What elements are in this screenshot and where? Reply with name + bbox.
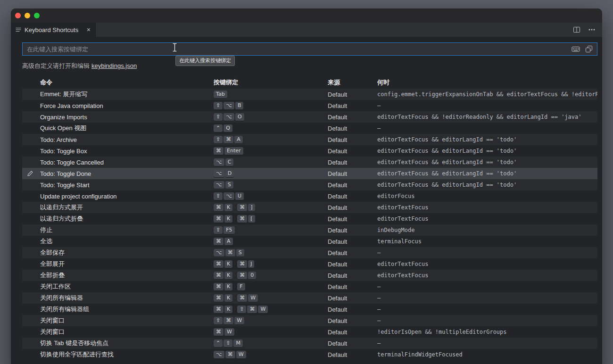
command-label: 关闭工作区 — [40, 282, 214, 291]
table-row[interactable]: 以递归方式展开⌘K⌘]DefaulteditorTextFocus — [22, 202, 597, 213]
table-row[interactable]: Todo: Toggle Done⌥DDefaulteditorTextFocu… — [22, 168, 597, 179]
table-row[interactable]: Quick Open 视图⌃QDefault— — [22, 123, 597, 134]
when-clause: editorTextFocus && editorLangId == 'todo… — [377, 159, 597, 165]
table-row[interactable]: 关闭窗口⌘WDefault!editorIsOpen && !multipleE… — [22, 326, 597, 338]
keybinding-cell: ⌘W — [214, 328, 328, 336]
keybinding-cell: ⌘K⇧⌘W — [214, 305, 328, 313]
shortcuts-list-icon — [16, 27, 21, 33]
command-label: Todo: Toggle Start — [40, 182, 214, 189]
header-command[interactable]: 命令 — [40, 78, 214, 87]
table-row[interactable]: 全部折叠⌘K⌘0DefaulteditorTextFocus — [22, 270, 597, 281]
key-chip: W — [234, 317, 244, 325]
minimize-window-button[interactable] — [25, 13, 30, 18]
row-gutter — [22, 170, 40, 177]
key-chip: ⌥ — [214, 181, 224, 189]
chord-part: ⇧⌥U — [214, 192, 245, 200]
table-row[interactable]: 全部展开⌘K⌘JDefaulteditorTextFocus — [22, 258, 597, 270]
chord-part: ⌘Enter — [214, 147, 244, 155]
split-editor-icon[interactable] — [573, 26, 580, 33]
key-chip: ⌃ — [214, 124, 223, 132]
keybinding-cell: ⌥⌘S — [214, 248, 328, 256]
table-row[interactable]: 以递归方式折叠⌘K⌘[DefaulteditorTextFocus — [22, 213, 597, 224]
table-row[interactable]: Emmet: 展开缩写TabDefaultconfig.emmet.trigge… — [22, 89, 597, 100]
table-row[interactable]: Update project configuration⇧⌥UDefaulted… — [22, 190, 597, 202]
chord-part: ⌘W — [237, 294, 259, 302]
key-chip: O — [235, 113, 244, 121]
chord-part: ⇧⌘W — [237, 305, 269, 313]
chord-part: ⌘K — [214, 271, 233, 279]
key-chip: ⇧ — [237, 306, 246, 314]
keybinding-cell: ⌘K⌘W — [214, 294, 328, 302]
key-chip: ⇧ — [214, 192, 223, 200]
header-when[interactable]: 何时 — [377, 78, 597, 87]
table-row[interactable]: Todo: Toggle Box⌘EnterDefaulteditorTextF… — [22, 145, 597, 157]
key-chip: ⌘ — [237, 215, 247, 223]
key-chip: ⇧ — [224, 339, 232, 347]
table-row[interactable]: 关闭窗口⇧⌘WDefault— — [22, 315, 597, 326]
title-bar[interactable] — [11, 8, 602, 23]
table-row[interactable]: 关闭所有编辑器组⌘K⇧⌘WDefault— — [22, 304, 597, 315]
when-clause: terminalFocus — [377, 238, 597, 245]
key-chip: ] — [248, 204, 255, 212]
keybinding-cell: ⌘Enter — [214, 147, 328, 155]
editor-tab-bar: Keyboard Shortcuts × — [11, 23, 602, 37]
key-chip: ⌘ — [214, 283, 224, 291]
traffic-lights — [15, 13, 40, 18]
keybindings-json-link[interactable]: keybindings.json — [91, 62, 137, 69]
sort-by-precedence-icon[interactable] — [585, 45, 593, 53]
header-source[interactable]: 来源 — [328, 78, 377, 87]
shortcut-rows: Emmet: 展开缩写TabDefaultconfig.emmet.trigge… — [22, 89, 597, 360]
key-chip: D — [225, 170, 234, 178]
keybinding-cell: ⇧⌘A — [214, 135, 328, 143]
key-chip: K — [224, 260, 232, 268]
source-label: Default — [328, 148, 377, 155]
key-chip: ⇧ — [214, 136, 223, 144]
key-chip: A — [234, 136, 243, 144]
tab-keyboard-shortcuts[interactable]: Keyboard Shortcuts × — [11, 23, 96, 37]
key-chip: ⌘ — [214, 306, 224, 314]
key-chip: A — [224, 238, 233, 246]
table-row[interactable]: 全部保存⌥⌘SDefault— — [22, 247, 597, 258]
chord-part: F — [237, 282, 246, 290]
chord-part: ⌘A — [214, 237, 234, 245]
chord-part: ⌘K — [214, 282, 233, 290]
table-row[interactable]: Organize Imports⇧⌥ODefaulteditorTextFocu… — [22, 111, 597, 123]
keybinding-cell: ⌃Q — [214, 124, 328, 132]
tab-close-icon[interactable]: × — [87, 26, 91, 33]
close-window-button[interactable] — [15, 13, 21, 18]
key-chip: ⌥ — [224, 102, 234, 110]
table-row[interactable]: 停止⇧F5DefaultinDebugMode — [22, 224, 597, 236]
table-row[interactable]: 关闭工作区⌘KFDefault— — [22, 281, 597, 292]
keybinding-cell: ⇧⌘W — [214, 316, 328, 324]
table-row[interactable]: 全选⌘ADefaultterminalFocus — [22, 236, 597, 247]
key-chip: ⌘ — [214, 238, 224, 246]
table-row[interactable]: Force Java compilation⇧⌥BDefault— — [22, 100, 597, 111]
chord-part: ⌘K — [214, 215, 233, 223]
table-row[interactable]: 切换 Tab 键是否移动焦点⌃⇧MDefault— — [22, 338, 597, 349]
zoom-window-button[interactable] — [34, 13, 40, 18]
command-label: Todo: Archive — [40, 136, 214, 143]
key-chip: W — [258, 306, 268, 314]
chord-part: ⌥D — [214, 169, 235, 177]
key-chip: [ — [248, 215, 255, 223]
source-label: Default — [328, 238, 377, 245]
chord-part: ⌥⌘W — [214, 350, 247, 358]
keybinding-cell: ⌥⌘W — [214, 350, 328, 358]
edit-pencil-icon[interactable] — [27, 170, 33, 177]
table-header: 命令 按键绑定 来源 何时 — [22, 76, 597, 89]
table-row[interactable]: Todo: Toggle Start⌥SDefaulteditorTextFoc… — [22, 179, 597, 190]
keybinding-cell: ⇧⌥B — [214, 101, 328, 109]
table-row[interactable]: Todo: Toggle Cancelled⌥CDefaulteditorTex… — [22, 157, 597, 168]
keybinding-cell: ⇧⌥O — [214, 113, 328, 121]
record-keys-keyboard-icon[interactable] — [572, 45, 580, 53]
chord-part: ⌥⌘S — [214, 248, 245, 256]
key-chip: ⌘ — [225, 351, 235, 359]
table-row[interactable]: Todo: Archive⇧⌘ADefaulteditorTextFocus &… — [22, 134, 597, 145]
more-actions-icon[interactable] — [588, 26, 596, 33]
search-input[interactable] — [23, 46, 572, 53]
header-keybinding[interactable]: 按键绑定 — [214, 78, 328, 87]
table-row[interactable]: 切换使用全字匹配进行查找⌥⌘WDefaultterminalFindWidget… — [22, 349, 597, 360]
key-chip: ⌘ — [214, 204, 224, 212]
key-chip: F5 — [224, 226, 234, 234]
table-row[interactable]: 关闭所有编辑器⌘K⌘WDefault— — [22, 292, 597, 304]
